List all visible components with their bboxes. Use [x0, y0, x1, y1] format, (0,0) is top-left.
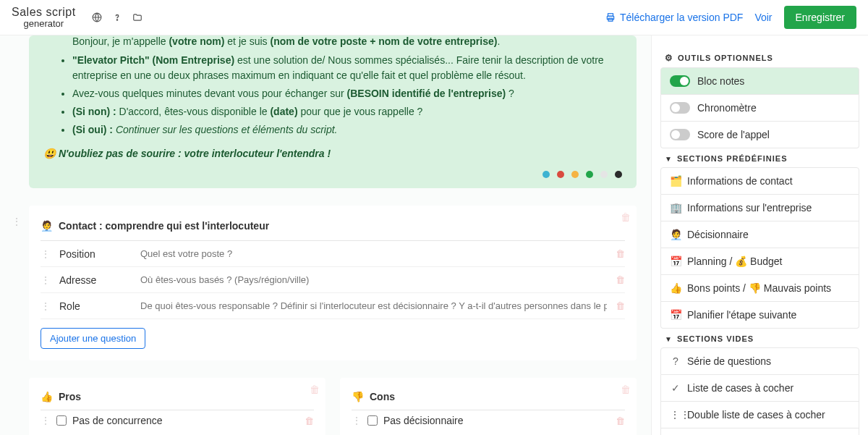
delete-row-icon[interactable]: 🗑 — [616, 274, 625, 285]
delete-row-icon[interactable]: 🗑 — [616, 415, 625, 426]
empty-item[interactable]: ? Série de questions — [660, 347, 859, 375]
delete-pros-icon[interactable]: 🗑 — [310, 384, 320, 395]
item-label: Informations de contact — [687, 175, 793, 187]
predef-item[interactable]: 📅 Planning / 💰 Budget — [660, 248, 859, 275]
item-icon: 🧑‍💼 — [670, 229, 681, 240]
pros-card: 🗑 👍 Pros ⋮ Pas de concurrence 🗑⋮ Besoin … — [29, 378, 326, 435]
contact-title: Contact : comprendre qui est l'interlocu… — [59, 220, 269, 232]
question-label: Position — [59, 248, 132, 260]
predef-item[interactable]: 🏢 Informations sur l'entreprise — [660, 195, 859, 221]
drag-handle-icon[interactable]: ⋮ — [41, 415, 51, 426]
view-link[interactable]: Voir — [754, 12, 772, 23]
drag-handle-icon[interactable]: ⋮ — [41, 274, 51, 286]
toggle[interactable] — [670, 129, 690, 140]
thumbs-down-icon: 👎 — [352, 391, 364, 402]
tool-label: Score de l'appel — [697, 129, 770, 140]
intro-line-3: Avez-vous quelques minutes devant vous p… — [72, 86, 622, 101]
item-icon: 📅 — [670, 255, 681, 267]
svg-point-1 — [116, 20, 117, 20]
main: Bonjour, je m'appelle (votre nom) et je … — [0, 35, 868, 435]
toggle[interactable] — [670, 75, 690, 87]
logo-top: Sales script — [12, 6, 76, 18]
color-dots — [43, 171, 622, 178]
checkbox-row: ⋮ Pas décisionnaire 🗑 — [352, 410, 625, 431]
cons-head: 👎 Cons — [352, 387, 625, 410]
tool-row[interactable]: Chronomètre — [660, 95, 859, 122]
tools-title: ⚙ OUTILS OPTIONNELS — [660, 47, 859, 67]
pros-title: Pros — [59, 391, 81, 402]
color-dot[interactable] — [586, 171, 593, 178]
predef-title[interactable]: ▼ SECTIONS PRÉDÉFINIES — [660, 148, 859, 167]
item-icon: 🗂️ — [670, 175, 681, 187]
predef-item[interactable]: 📅 Planifier l'étape suivante — [660, 302, 859, 329]
predef-item[interactable]: 🗂️ Informations de contact — [660, 167, 859, 195]
toggle[interactable] — [670, 102, 690, 114]
drag-handle-icon[interactable]: ⋮ — [12, 216, 22, 227]
header-icons — [88, 8, 147, 27]
delete-row-icon[interactable]: 🗑 — [616, 300, 625, 311]
save-button[interactable]: Enregistrer — [784, 6, 856, 29]
intro-line-1: Bonjour, je m'appelle (votre nom) et je … — [72, 35, 622, 50]
predef-item[interactable]: 👍 Bons points / 👎 Mauvais points — [660, 275, 859, 302]
empty-item[interactable]: ⋮⋮ Double liste de cases à cocher — [660, 402, 859, 428]
color-dot[interactable] — [571, 171, 579, 178]
color-dot[interactable] — [557, 171, 564, 178]
smile-line: 😃 N'oubliez pas de sourire : votre inter… — [43, 148, 622, 159]
checkbox-label: Pas décisionnaire — [383, 415, 610, 426]
sidebar: ⚙ OUTILS OPTIONNELS Bloc notes Chronomèt… — [651, 35, 868, 435]
delete-section-icon[interactable]: 🗑 — [621, 211, 631, 223]
item-label: Décisionnaire — [687, 229, 749, 240]
pros-head: 👍 Pros — [41, 387, 314, 410]
help-icon[interactable] — [108, 8, 127, 27]
question-input[interactable] — [140, 271, 607, 288]
item-label: Bons points / 👎 Mauvais points — [687, 282, 831, 294]
cons-card: 🗑 👎 Cons ⋮ Pas décisionnaire 🗑⋮ Pas de b… — [340, 378, 637, 435]
predef-item[interactable]: 🧑‍💼 Décisionnaire — [660, 221, 859, 248]
header-left: Sales script generator — [12, 6, 147, 29]
delete-row-icon[interactable]: 🗑 — [616, 248, 625, 259]
folder-icon[interactable] — [128, 8, 147, 27]
checkbox[interactable] — [56, 415, 67, 426]
gear-icon: ⚙ — [665, 53, 673, 63]
item-label: Planning / 💰 Budget — [687, 255, 782, 267]
download-pdf-label: Télécharger la version PDF — [620, 12, 743, 23]
tool-label: Chronomètre — [697, 102, 757, 114]
tool-row[interactable]: Score de l'appel — [660, 122, 859, 148]
item-label: Planifier l'étape suivante — [687, 309, 796, 321]
checkbox[interactable] — [367, 415, 378, 426]
add-question-button[interactable]: Ajouter une question — [41, 328, 145, 349]
empty-title[interactable]: ▼ SECTIONS VIDES — [660, 329, 859, 347]
intro-line-5: (Si oui) : Continuer sur les questions e… — [72, 122, 622, 138]
logo: Sales script generator — [12, 6, 76, 29]
color-dot[interactable] — [615, 171, 622, 178]
delete-row-icon[interactable]: 🗑 — [305, 415, 314, 426]
thumbs-up-icon: 👍 — [41, 391, 53, 402]
color-dot[interactable] — [542, 171, 550, 178]
content: Bonjour, je m'appelle (votre nom) et je … — [0, 35, 651, 435]
empty-item[interactable]: 💡 Paragraphe de texte — [660, 428, 859, 435]
drag-handle-icon[interactable]: ⋮ — [41, 300, 51, 312]
drag-handle-icon[interactable]: ⋮ — [41, 248, 51, 260]
globe-icon[interactable] — [88, 8, 106, 27]
tool-row[interactable]: Bloc notes — [660, 67, 859, 95]
intro-line-2: "Elevator Pitch" (Nom Entreprise) est un… — [72, 53, 622, 83]
drag-handle-icon[interactable]: ⋮ — [352, 415, 362, 426]
checkbox-row: ⋮ Pas de budget défini 🗑 — [352, 431, 625, 435]
question-input[interactable] — [140, 297, 607, 314]
item-icon: 🏢 — [670, 202, 681, 214]
tools-group: Bloc notes Chronomètre Score de l'appel — [660, 67, 859, 148]
item-icon: ✓ — [670, 382, 681, 394]
item-icon: ? — [670, 355, 681, 367]
pros-cons-wrap: 🗑 👍 Pros ⋮ Pas de concurrence 🗑⋮ Besoin … — [29, 378, 637, 435]
color-dot[interactable] — [600, 171, 608, 178]
question-input[interactable] — [140, 245, 607, 262]
item-label: Double liste de cases à cocher — [687, 409, 825, 421]
cons-title: Cons — [370, 391, 395, 402]
item-label: Liste de cases à cocher — [687, 382, 793, 394]
question-row: ⋮ Adresse 🗑 — [41, 267, 625, 293]
download-pdf-link[interactable]: Télécharger la version PDF — [605, 12, 743, 23]
intro-line-4: (Si non) : D'accord, êtes-vous disponibl… — [72, 104, 622, 119]
question-row: ⋮ Role 🗑 — [41, 293, 625, 319]
empty-item[interactable]: ✓ Liste de cases à cocher — [660, 375, 859, 402]
delete-cons-icon[interactable]: 🗑 — [621, 384, 631, 395]
